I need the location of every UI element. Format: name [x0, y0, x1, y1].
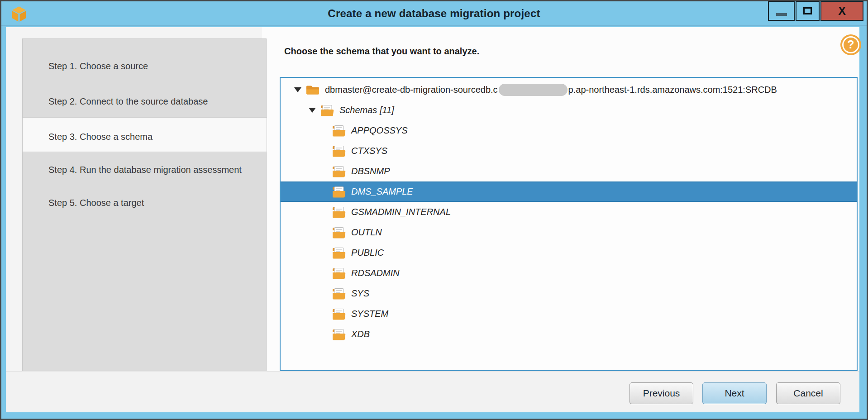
tree-item-schema[interactable]: GSMADMIN_INTERNAL — [281, 202, 857, 222]
tree-item-schema[interactable]: DBSNMP — [281, 161, 857, 181]
folder-open-icon — [332, 206, 346, 218]
tree-item-schema[interactable]: CTXSYS — [281, 141, 857, 161]
tree-item-schema[interactable]: PUBLIC — [281, 243, 857, 263]
minimize-icon — [776, 13, 787, 16]
chevron-down-icon[interactable] — [294, 87, 301, 92]
minimize-button[interactable] — [768, 1, 795, 21]
schemas-group-label: Schemas [11] — [339, 105, 394, 115]
folder-open-icon — [332, 124, 346, 137]
sidebar-step-5[interactable]: Step 5. Choose a target — [48, 196, 262, 210]
folder-open-icon — [332, 328, 346, 340]
previous-button[interactable]: Previous — [630, 382, 693, 404]
folder-open-icon — [332, 308, 346, 320]
tree-item-schema[interactable]: SYSTEM — [281, 304, 857, 324]
folder-open-icon — [332, 287, 346, 300]
connection-label: dbmaster@create-db-migration-sourcedb.cp… — [325, 84, 777, 96]
footer-bar: Previous Next Cancel — [6, 371, 859, 412]
tree-item-schema-selected[interactable]: DMS_SAMPLE — [281, 181, 857, 202]
sidebar-step-4[interactable]: Step 4. Run the database migration asses… — [48, 163, 262, 177]
sidebar-step-1[interactable]: Step 1. Choose a source — [48, 59, 262, 73]
tree-group-schemas[interactable]: Schemas [11] — [281, 100, 857, 120]
title-bar: Create a new database migration project … — [1, 1, 867, 26]
tree-item-schema[interactable]: OUTLN — [281, 222, 857, 243]
redacted-segment — [499, 84, 568, 96]
folder-open-icon — [320, 104, 334, 116]
sidebar-step-2[interactable]: Step 2. Connect to the source database — [48, 95, 262, 108]
next-button[interactable]: Next — [702, 382, 767, 404]
folder-open-icon — [332, 165, 346, 177]
tree-item-schema[interactable]: XDB — [281, 324, 857, 344]
folder-open-icon — [332, 226, 346, 239]
maximize-icon — [803, 7, 812, 14]
close-icon: X — [838, 5, 846, 17]
window-title: Create a new database migration project — [1, 7, 867, 20]
steps-sidebar: Step 1. Choose a source Step 2. Connect … — [22, 38, 267, 371]
tree-item-schema[interactable]: RDSADMIN — [281, 263, 857, 283]
page-title: Choose the schema that you want to analy… — [284, 46, 479, 57]
schema-tree: dbmaster@create-db-migration-sourcedb.cp… — [280, 77, 858, 371]
folder-open-icon — [332, 247, 346, 259]
tree-item-schema[interactable]: SYS — [281, 283, 857, 304]
chevron-down-icon[interactable] — [309, 108, 316, 113]
tree-root-connection[interactable]: dbmaster@create-db-migration-sourcedb.cp… — [281, 80, 857, 100]
wizard-content: Step 1. Choose a source Step 2. Connect … — [6, 27, 859, 412]
folder-open-icon — [332, 186, 346, 198]
folder-open-icon — [332, 267, 346, 279]
close-button[interactable]: X — [820, 1, 863, 21]
sidebar-step-3[interactable]: Step 3. Choose a schema — [48, 130, 262, 143]
folder-closed-icon — [306, 84, 320, 96]
maximize-button[interactable] — [796, 1, 820, 21]
help-button[interactable]: ? — [840, 34, 861, 55]
folder-open-icon — [332, 145, 346, 157]
tree-item-schema[interactable]: APPQOSSYS — [281, 120, 857, 141]
cancel-button[interactable]: Cancel — [776, 382, 840, 404]
wizard-window: Create a new database migration project … — [0, 0, 868, 420]
